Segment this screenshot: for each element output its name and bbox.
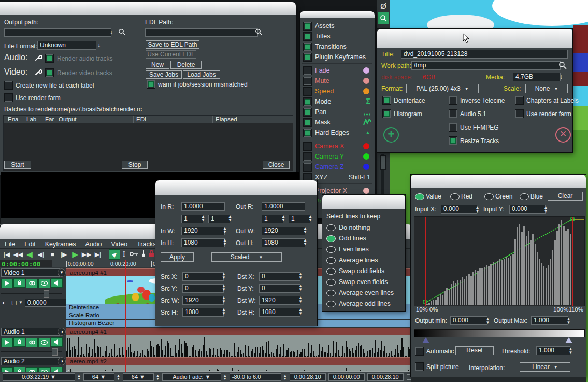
audio-fade-combo[interactable]: Audio Fade: ▼ (162, 373, 221, 381)
search-icon[interactable] (255, 28, 263, 38)
clear-button[interactable]: Clear (548, 192, 583, 201)
overlay-checkbox[interactable] (303, 163, 312, 172)
draw-toggle[interactable] (38, 279, 50, 288)
spinner[interactable]: ▲▼ (222, 284, 226, 293)
lines-option-average-lines[interactable]: Average lines (326, 256, 403, 265)
dvd-checkbox-audio-5-1[interactable] (449, 109, 457, 118)
lines-option-even-lines[interactable]: Even lines (326, 245, 403, 254)
in-w-field[interactable]: 1920 (181, 227, 225, 235)
dvd-titlebar[interactable] (377, 29, 572, 49)
play-toggle[interactable] (1, 338, 13, 347)
spinner[interactable]: ▲▼ (303, 238, 307, 247)
out-r-den-field[interactable]: 1 (289, 215, 310, 223)
dvd-workpath-input[interactable]: /tmp (411, 61, 561, 70)
overlay-item-mute[interactable]: Mute (300, 76, 375, 86)
lines-option-swap-odd-fields[interactable]: Swap odd fields (326, 266, 403, 276)
audio1-clip-titlebar[interactable]: aereo.mp4 #1 (66, 328, 412, 336)
overlay-item-speed[interactable]: Speed (300, 86, 375, 96)
batch-table-header[interactable]: EnaLabFarOutputEDLElapsed (4, 116, 293, 124)
arm-lock-toggle[interactable] (13, 337, 25, 347)
mute-toggle[interactable] (51, 337, 63, 347)
end-button[interactable]: ▶| (92, 249, 104, 260)
track-w-combo[interactable]: 64 ▼ (123, 373, 154, 381)
render-audio-checkbox[interactable] (45, 54, 54, 63)
channel-radio-blue[interactable] (520, 193, 529, 200)
spinner[interactable]: ▲▼ (223, 238, 227, 247)
arm-lock-toggle[interactable] (13, 278, 25, 288)
scale-mode-combo[interactable]: Scaled▼ (211, 252, 282, 262)
pan-knob-icon[interactable]: ◑ (58, 357, 66, 365)
wrench-icon[interactable] (34, 54, 42, 64)
spinner[interactable]: ▲▼ (303, 227, 307, 235)
in-r-field[interactable]: 1.0000 (181, 202, 225, 211)
track-name-video1[interactable]: Video 1 (1, 268, 60, 277)
contrast-icon[interactable]: ◐ (2, 299, 6, 306)
overlay-item-camera-x[interactable]: Camera X (300, 141, 375, 151)
menu-edit[interactable]: Edit (20, 239, 40, 249)
dvd-checkbox-histogram[interactable] (382, 109, 391, 118)
gang-toggle[interactable] (26, 338, 38, 347)
dvd-checkbox-resize-tracks[interactable] (449, 136, 457, 145)
output-min-spinner[interactable]: ▲▼ (484, 316, 491, 325)
out-h-field[interactable]: 1080 (262, 238, 305, 247)
overlay-checkbox[interactable] (303, 87, 312, 96)
batch-column-header[interactable]: Lab (26, 116, 36, 122)
play-button[interactable]: ▶ (69, 249, 81, 260)
add-icon[interactable]: + (383, 127, 399, 143)
pan-knob-icon[interactable]: ◑ (58, 328, 66, 336)
input-x-spinner[interactable]: ▲▼ (474, 205, 481, 214)
scale-combo[interactable]: None▼ (525, 84, 568, 93)
gang-toggle[interactable] (26, 279, 38, 288)
spinner[interactable]: ▲▼ (222, 308, 226, 317)
use-current-edl-button[interactable]: Use Current EDL (146, 50, 196, 59)
overlay-item-camera-y[interactable]: Camera Y (300, 151, 375, 162)
mute-toggle[interactable] (51, 278, 63, 288)
reset-button[interactable]: Reset (455, 346, 494, 355)
batch-column-header[interactable]: Elapsed (216, 116, 237, 122)
overlay-item-hard-edges[interactable]: Hard Edges▲ (300, 128, 375, 138)
overlay-checkbox[interactable] (303, 118, 312, 127)
lines-option-average-odd-lines[interactable]: Average odd lines (326, 299, 403, 308)
overlay-checkbox[interactable] (303, 129, 312, 137)
down-arrow-icon[interactable]: ↓ (560, 73, 563, 80)
radio-icon[interactable] (326, 290, 336, 296)
out-r-num-field[interactable]: 1 (262, 215, 283, 223)
dst-x-field[interactable]: 0 (259, 272, 300, 281)
radio-icon[interactable] (326, 301, 336, 307)
in-h-field[interactable]: 1080 (181, 238, 225, 247)
interpolation-combo[interactable]: Linear▼ (520, 362, 570, 372)
lock-icon[interactable] (149, 250, 154, 259)
overlay-item-transitions[interactable]: Transitions (300, 41, 375, 52)
batch-render-titlebar[interactable] (0, 2, 296, 15)
frame-reverse-button[interactable]: ◀| (35, 249, 47, 260)
playhead[interactable] (125, 260, 126, 382)
track-slider-audio1[interactable] (1, 348, 62, 355)
radio-icon[interactable] (326, 257, 336, 264)
overlay-checkbox[interactable] (303, 22, 312, 31)
popup-titlebar[interactable] (322, 195, 405, 210)
selection-out-field[interactable]: 0:00:28:10 (367, 373, 404, 381)
save-jobs-button[interactable]: Save Jobs (146, 70, 182, 79)
ibeam-tool-icon[interactable]: I (123, 250, 125, 259)
lines-option-do-nothing[interactable]: Do nothing (326, 223, 403, 232)
overlay-checkbox[interactable] (303, 97, 312, 106)
dvd-title-input[interactable]: dvd_20191005-213128 (401, 50, 568, 59)
overlay-checkbox[interactable] (303, 66, 312, 75)
duration-combo[interactable]: 0:03:22:19 ▼ (3, 373, 75, 381)
input-y-spinner[interactable]: ▲▼ (542, 205, 549, 214)
lines-option-swap-even-fields[interactable]: Swap even fields (326, 277, 403, 287)
column-divider[interactable] (133, 116, 134, 123)
dvd-checkbox-use-render-farm[interactable] (515, 109, 524, 118)
scale-titlebar[interactable] (155, 180, 317, 195)
spinner[interactable]: ▲▼ (228, 215, 232, 223)
src-y-field[interactable]: 0 (182, 284, 224, 293)
overlay-item-fade[interactable]: Fade (300, 65, 375, 76)
play-reverse-button[interactable]: ◀ (24, 249, 35, 260)
dvd-checkbox-chapters-at-labels[interactable] (515, 96, 524, 105)
spinner[interactable]: ▲▼ (298, 272, 303, 281)
load-jobs-button[interactable]: Load Jobs (183, 70, 220, 79)
src-h-field[interactable]: 1080 (182, 308, 224, 317)
stop-button[interactable]: Stop (122, 161, 148, 169)
out-w-field[interactable]: 1920 (262, 227, 305, 235)
spinner[interactable]: ▲▼ (298, 284, 303, 293)
